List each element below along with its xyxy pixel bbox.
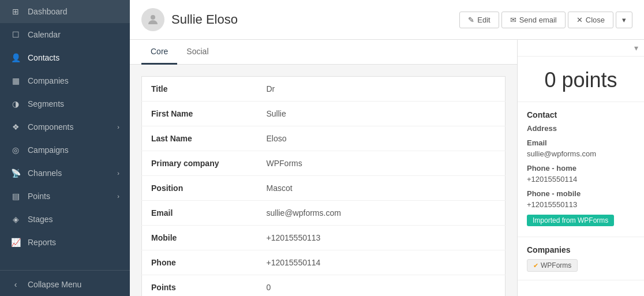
edit-icon: ✎ (468, 16, 474, 24)
tab-core[interactable]: Core (141, 40, 177, 65)
phone-home-label: Phone - home (527, 164, 635, 173)
sidebar-item-calendar[interactable]: ☐ Calendar (0, 23, 130, 46)
components-icon: ❖ (10, 122, 21, 132)
sidebar-item-channels[interactable]: 📡 Channels › (0, 162, 130, 185)
dashboard-icon: ⊞ (10, 7, 21, 16)
contacts-icon: 👤 (10, 53, 21, 62)
sidebar-item-points[interactable]: ▤ Points › (0, 185, 130, 208)
field-value: 0 (257, 275, 506, 297)
table-row: Points 0 (142, 275, 506, 297)
chevron-right-icon: › (117, 123, 119, 130)
header-actions: ✎ Edit ✉ Send email ✕ Close ▾ (459, 12, 632, 28)
contact-header: Sullie Eloso ✎ Edit ✉ Send email ✕ Close… (130, 0, 644, 40)
sidebar-item-dashboard[interactable]: ⊞ Dashboard (0, 0, 130, 23)
sidebar-item-label: Reports (28, 238, 56, 247)
close-icon: ✕ (576, 16, 583, 24)
table-row: Primary company WPForms (142, 151, 506, 176)
field-value: +12015550113 (257, 226, 506, 250)
segments-icon: ◑ (10, 99, 21, 108)
sidebar-item-label: Contacts (28, 53, 59, 62)
company-tag[interactable]: ✔ WPForms (527, 259, 578, 272)
collapse-icon: ‹ (10, 280, 21, 289)
table-row: Phone +12015550114 (142, 250, 506, 275)
field-label: Primary company (142, 151, 257, 176)
sidebar-item-stages[interactable]: ◈ Stages (0, 208, 130, 231)
field-value: +12015550114 (257, 250, 506, 275)
companies-section-title: Companies (527, 245, 635, 254)
field-value: Dr (257, 77, 506, 102)
field-label: Points (142, 275, 257, 297)
points-display: 0 points (518, 57, 644, 102)
sidebar-item-label: Calendar (28, 30, 61, 39)
companies-section: Companies ✔ WPForms (518, 237, 644, 280)
phone-mobile-label: Phone - mobile (527, 189, 635, 198)
table-row: Title Dr (142, 77, 506, 102)
channels-icon: 📡 (10, 168, 21, 178)
right-panel-dropdown[interactable]: ▾ (518, 40, 644, 57)
field-value: sullie@wpforms.com (257, 201, 506, 226)
table-row: Mobile +12015550113 (142, 226, 506, 250)
contact-fields-table: Title Dr First Name Sullie Last Name Elo… (141, 76, 506, 296)
calendar-icon: ☐ (10, 30, 21, 39)
sidebar-item-label: Stages (28, 215, 53, 224)
points-icon: ▤ (10, 192, 21, 201)
phone-mobile-value: +12015550113 (527, 200, 635, 209)
contact-section: Contact Address Email sullie@wpforms.com… (518, 102, 644, 237)
send-icon: ✉ (510, 16, 516, 24)
dropdown-button[interactable]: ▾ (616, 12, 632, 28)
tabs: Core Social (130, 40, 517, 65)
field-label: Mobile (142, 226, 257, 250)
left-panel: Core Social Title Dr First Name Sullie L… (130, 40, 517, 296)
sidebar-item-label: Segments (28, 99, 64, 108)
sidebar-item-components[interactable]: ❖ Components › (0, 115, 130, 138)
field-value: Sullie (257, 102, 506, 126)
sidebar: ⊞ Dashboard ☐ Calendar 👤 Contacts ▦ Comp… (0, 0, 130, 296)
chevron-right-icon: › (117, 193, 119, 200)
svg-point-0 (151, 15, 155, 20)
sidebar-item-label: Components (28, 122, 73, 132)
campaigns-icon: ◎ (10, 145, 21, 155)
close-button[interactable]: ✕ Close (568, 12, 613, 28)
sidebar-item-reports[interactable]: 📈 Reports (0, 231, 130, 254)
email-value: sullie@wpforms.com (527, 149, 635, 158)
send-email-button[interactable]: ✉ Send email (501, 12, 566, 28)
sidebar-item-companies[interactable]: ▦ Companies (0, 69, 130, 92)
sidebar-collapse-label: Collapse Menu (28, 280, 81, 289)
sidebar-item-segments[interactable]: ◑ Segments (0, 92, 130, 115)
table-row: Position Mascot (142, 176, 506, 201)
sidebar-item-label: Dashboard (28, 7, 68, 16)
field-label: First Name (142, 102, 257, 126)
address-label: Address (527, 124, 635, 133)
tab-social[interactable]: Social (177, 40, 218, 65)
phone-home-value: +12015550114 (527, 175, 635, 183)
sidebar-item-label: Points (28, 192, 50, 201)
sidebar-item-label: Companies (28, 76, 69, 85)
table-row: Email sullie@wpforms.com (142, 201, 506, 226)
table-row: Last Name Eloso (142, 126, 506, 151)
email-label: Email (527, 138, 635, 147)
sidebar-item-campaigns[interactable]: ◎ Campaigns (0, 138, 130, 162)
imported-tag: Imported from WPForms (527, 215, 614, 226)
chevron-right-icon: › (117, 170, 119, 177)
sidebar-item-label: Campaigns (28, 145, 69, 155)
sidebar-item-label: Channels (28, 168, 62, 178)
companies-icon: ▦ (10, 76, 21, 85)
field-label: Phone (142, 250, 257, 275)
contact-header-left: Sullie Eloso (141, 8, 238, 31)
field-value: Eloso (257, 126, 506, 151)
content-body: Core Social Title Dr First Name Sullie L… (130, 40, 644, 296)
field-label: Position (142, 176, 257, 201)
main-content: Sullie Eloso ✎ Edit ✉ Send email ✕ Close… (130, 0, 644, 296)
field-label: Email (142, 201, 257, 226)
sidebar-collapse[interactable]: ‹ Collapse Menu (0, 273, 130, 296)
reports-icon: 📈 (10, 238, 21, 247)
stages-icon: ◈ (10, 215, 21, 224)
check-icon: ✔ (533, 262, 538, 269)
edit-button[interactable]: ✎ Edit (459, 12, 499, 28)
field-value: WPForms (257, 151, 506, 176)
data-table-container: Title Dr First Name Sullie Last Name Elo… (130, 65, 517, 296)
avatar (141, 8, 164, 31)
field-label: Last Name (142, 126, 257, 151)
table-row: First Name Sullie (142, 102, 506, 126)
sidebar-item-contacts[interactable]: 👤 Contacts (0, 46, 130, 69)
